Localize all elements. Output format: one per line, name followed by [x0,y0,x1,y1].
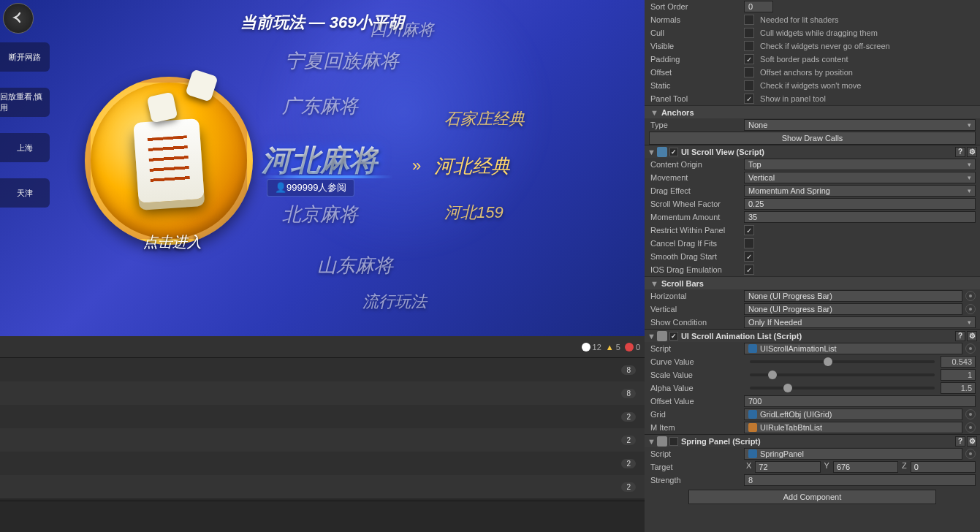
object-picker-icon[interactable] [965,449,976,459]
panel-tool-checkbox[interactable]: ✓ [744,94,754,104]
dice-icon [185,69,218,102]
restrict-checkbox[interactable]: ✓ [744,225,754,235]
enter-label: 点击进入 [143,232,202,252]
console-panel: 12 ▲5 0 8 8 2 2 2 2 [0,336,645,532]
animlist-component-header[interactable]: ▼✓UI Scroll Animation List (Script) ?⚙ [645,329,980,342]
side-tab-disconnect[interactable]: 断开网路 [0,42,50,72]
help-icon[interactable]: ? [955,147,965,157]
add-component-button[interactable]: Add Component [688,490,936,504]
cancel-drag-checkbox[interactable] [744,238,754,248]
scrollview-component-header[interactable]: ▼✓UI Scroll View (Script) ?⚙ [645,145,980,158]
console-row[interactable]: 2 [0,428,645,452]
curve-slider[interactable] [750,360,935,363]
console-warn-count[interactable]: ▲5 [606,343,620,352]
anchors-type-dropdown[interactable]: None [744,119,976,131]
curve-value[interactable]: 0.543 [941,356,976,368]
sort-order-input[interactable]: 0 [744,1,773,12]
gear-icon[interactable]: ⚙ [967,147,977,157]
mahjong-tile-icon [133,118,204,203]
scale-slider[interactable] [750,373,935,376]
vertical-bar-ref[interactable]: None (UI Progress Bar) [744,303,962,315]
console-row[interactable]: 8 [0,358,645,381]
padding-checkbox[interactable]: ✓ [744,54,754,64]
game-item-guangdong[interactable]: 广东麻将 [282,94,358,119]
script-icon [657,331,667,341]
game-item-ningxia[interactable]: 宁夏回族麻将 [285,48,399,74]
console-row[interactable]: 2 [0,475,645,498]
drag-effect-dropdown[interactable]: Momentum And Spring [744,185,976,197]
game-item-sichuan[interactable]: 四川麻将 [370,19,434,41]
game-item-popular[interactable]: 流行玩法 [362,291,427,313]
console-rows: 8 8 2 2 2 2 [0,358,645,501]
smooth-drag-checkbox[interactable]: ✓ [744,251,754,262]
console-row[interactable]: 8 [0,381,645,405]
spring-enable-checkbox[interactable] [669,437,678,446]
alpha-slider[interactable] [750,387,935,390]
side-tab-tianjin[interactable]: 天津 [0,178,50,208]
target-z-input[interactable]: 0 [911,461,976,473]
side-tab-replay[interactable]: 回放重看,慎用 [0,88,50,117]
show-draw-calls-button[interactable]: Show Draw Calls [649,132,976,145]
script-icon [657,147,667,157]
scrollbars-header[interactable]: ▼Scroll Bars [645,276,980,289]
gear-icon[interactable]: ⚙ [967,436,977,446]
offset-checkbox[interactable] [744,67,754,77]
target-y-input[interactable]: 676 [833,461,898,473]
game-item-beijing[interactable]: 北京麻将 [282,202,358,227]
game-item-hebei-selected[interactable]: 河北麻将 [262,140,379,180]
console-error-count[interactable]: 0 [625,343,640,352]
visible-checkbox[interactable] [744,41,754,51]
target-x-input[interactable]: 72 [755,461,820,473]
console-row[interactable]: 2 [0,452,645,475]
mitem-ref[interactable]: UIRuleTabBtnList [744,422,962,433]
csharp-icon [748,449,757,458]
horizontal-bar-ref[interactable]: None (UI Progress Bar) [744,290,962,302]
chevron-right-icon: » [412,156,421,175]
inspector-panel: Sort Order 0 NormalsNeeded for lit shade… [645,0,980,532]
show-condition-dropdown[interactable]: Only If Needed [744,316,976,328]
ios-drag-checkbox[interactable]: ✓ [744,265,754,275]
selection-underline [262,175,393,178]
alpha-value[interactable]: 1.5 [941,382,976,394]
sub-item-hebei159[interactable]: 河北159 [444,202,504,224]
animlist-enable-checkbox[interactable]: ✓ [669,332,678,341]
cull-checkbox[interactable] [744,28,754,38]
help-icon[interactable]: ? [955,331,965,341]
content-origin-dropdown[interactable]: Top [744,159,976,170]
game-item-shandong[interactable]: 山东麻将 [317,253,393,278]
game-view: 断开网路 回放重看,慎用 上海 天津 当前玩法 — 369小平胡 点击进入 四川… [0,0,645,336]
normals-checkbox[interactable] [744,15,754,25]
static-checkbox[interactable] [744,80,754,91]
mahjong-coin-icon[interactable] [85,77,253,245]
strength-input[interactable]: 8 [744,474,976,486]
grid-ref[interactable]: GridLeftObj (UIGrid) [744,408,962,420]
prefab-icon [748,423,757,432]
scale-value[interactable]: 1 [941,369,976,381]
object-picker-icon[interactable] [965,409,976,419]
csharp-icon [748,344,757,353]
gear-icon[interactable]: ⚙ [967,331,977,341]
sub-item-sjz[interactable]: 石家庄经典 [444,108,525,130]
console-row[interactable]: 2 [0,405,645,428]
console-toolbar: 12 ▲5 0 [0,336,645,358]
side-tab-shanghai[interactable]: 上海 [0,133,50,162]
object-picker-icon[interactable] [965,291,976,301]
object-picker-icon[interactable] [965,343,976,354]
object-picker-icon[interactable] [965,304,976,314]
offset-input[interactable]: 700 [744,395,976,407]
sub-item-hebei-classic[interactable]: 河北经典 [434,153,510,179]
spring-script-ref[interactable]: SpringPanel [744,448,962,460]
momentum-input[interactable]: 35 [744,211,976,223]
spring-component-header[interactable]: ▼Spring Panel (Script) ?⚙ [645,434,980,447]
console-info-count[interactable]: 12 [582,343,601,352]
scroll-wheel-input[interactable]: 0.25 [744,198,976,210]
object-picker-icon[interactable] [965,422,976,433]
anim-script-ref[interactable]: UIScrollAnimationList [744,343,962,354]
anchors-header[interactable]: ▼Anchors [645,105,980,118]
dice-icon [147,92,178,123]
gameobject-icon [748,410,757,419]
help-icon[interactable]: ? [955,436,965,446]
movement-dropdown[interactable]: Vertical [744,172,976,183]
prop-sort-order: Sort Order 0 [645,0,980,13]
scrollview-enable-checkbox[interactable]: ✓ [669,148,678,156]
